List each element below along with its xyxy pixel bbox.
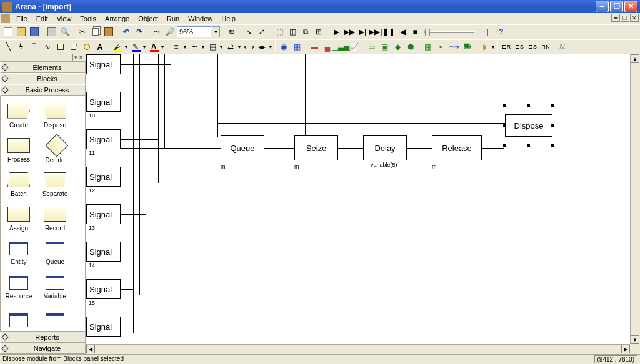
minimize-button[interactable]: ━ — [596, 1, 609, 12]
flip-button[interactable]: ◂▸▼ — [256, 41, 273, 53]
polygon-tool[interactable] — [68, 41, 80, 53]
menu-tools[interactable]: Tools — [76, 13, 101, 24]
mdi-close-button[interactable]: ✕ — [630, 14, 639, 22]
module-variable[interactable]: Variable — [37, 270, 73, 305]
animate-clock-icon[interactable]: ◉ — [278, 41, 290, 53]
module-record[interactable]: Record — [37, 202, 73, 236]
arrow-style-button[interactable]: ⇄▼ — [224, 41, 242, 53]
box-tool[interactable] — [54, 41, 67, 53]
animate-global-icon[interactable]: ⬢ — [404, 41, 417, 53]
animate-hist-icon[interactable]: ▁▃▅ — [334, 41, 347, 53]
link-button[interactable]: ⧉ — [299, 26, 312, 38]
module-queue[interactable]: Queue — [37, 236, 73, 270]
animate-resource-icon[interactable]: ▦ — [421, 41, 434, 53]
fast-forward-button[interactable]: ▶▶ — [343, 26, 356, 38]
align-l-button[interactable]: ⊏R — [500, 41, 512, 53]
menu-object[interactable]: Object — [134, 13, 162, 24]
queue-block[interactable]: Queue — [221, 135, 264, 160]
cut-button[interactable]: ✂ — [76, 26, 89, 38]
text-color-button[interactable]: A▼ — [148, 41, 165, 53]
dispose-block[interactable]: Dispose — [505, 114, 552, 137]
align-t-button[interactable]: ⊓N — [539, 41, 552, 53]
new-button[interactable] — [2, 26, 14, 38]
play-button[interactable]: ▶ — [330, 26, 342, 38]
close-button[interactable]: ✕ — [624, 1, 638, 12]
grid-button[interactable]: ⤢ — [256, 26, 268, 38]
speed-slider[interactable] — [424, 31, 474, 33]
animate-plot-icon[interactable]: 📈 — [348, 41, 360, 53]
menu-arrange[interactable]: Arrange — [101, 13, 134, 24]
menu-help[interactable]: Help — [217, 13, 240, 24]
module-resource[interactable]: Resource — [1, 270, 37, 305]
line-pattern-button[interactable]: ▤▼ — [206, 41, 224, 53]
module-separate[interactable]: Separate — [37, 167, 73, 202]
panel-elements[interactable]: Elements — [0, 62, 86, 73]
submodel-button[interactable]: ◫ — [286, 26, 299, 38]
seize-block[interactable]: Seize — [294, 135, 338, 160]
vertical-scrollbar[interactable]: ▲ ▼ — [630, 54, 640, 344]
layers-button[interactable]: ≋ — [225, 26, 238, 38]
module-assign[interactable]: Assign — [1, 202, 37, 236]
module-dispose[interactable]: Dispose — [37, 99, 73, 133]
menu-file[interactable]: File — [12, 13, 32, 24]
animate-queue-icon[interactable]: ▭ — [365, 41, 378, 53]
copy-button[interactable] — [89, 26, 102, 38]
scroll-up-button[interactable]: ▲ — [631, 54, 639, 63]
module-entity[interactable]: Entity — [1, 236, 37, 270]
module-extra2[interactable] — [37, 305, 73, 332]
maximize-button[interactable]: ❐ — [610, 1, 623, 12]
signal-block[interactable]: Signal — [86, 204, 121, 224]
scroll-down-button[interactable]: ▼ — [631, 335, 639, 344]
fill-color-button[interactable]: 🖌▼ — [111, 41, 129, 53]
animate-station-icon[interactable]: ▪ — [434, 41, 447, 53]
animate-var-icon[interactable]: ▬ — [308, 41, 321, 53]
scroll-left-button[interactable]: ◀ — [86, 345, 95, 353]
bezier-tool[interactable]: ∿ — [41, 41, 54, 53]
arc-tool[interactable]: ⌒ — [28, 41, 41, 53]
release-block[interactable]: Release — [432, 135, 482, 160]
stop-button[interactable]: ■ — [409, 26, 421, 38]
horizontal-scrollbar[interactable]: ◀ ▶ — [86, 344, 630, 354]
signal-block[interactable]: Signal — [86, 92, 121, 112]
menu-run[interactable]: Run — [162, 13, 184, 24]
show-dim-button[interactable]: ⟷ — [242, 41, 255, 53]
animate-trans-icon[interactable]: ⛟ — [461, 41, 473, 53]
line-color-button[interactable]: ✎▼ — [129, 41, 147, 53]
menu-edit[interactable]: Edit — [32, 13, 52, 24]
align-r-button[interactable]: ⊐S — [526, 41, 539, 53]
line-style-button[interactable]: ┅▼ — [188, 41, 206, 53]
signal-block[interactable]: Signal — [86, 279, 121, 299]
line-weight-button[interactable]: ≡▼ — [170, 41, 188, 53]
connect-button[interactable]: ⤳ — [151, 26, 163, 38]
menu-view[interactable]: View — [52, 13, 76, 24]
zoom-icon[interactable]: 🔎 — [164, 26, 176, 38]
step-button[interactable]: ▶| — [356, 26, 369, 38]
scroll-right-button[interactable]: ▶ — [621, 345, 630, 353]
animate-route-icon[interactable]: ⟿ — [448, 41, 460, 53]
zoom-input[interactable]: 96% — [177, 26, 211, 37]
mdi-minimize-button[interactable]: ━ — [611, 14, 620, 22]
pause-button[interactable]: ❚❚ — [382, 26, 395, 38]
undo-button[interactable]: ↶ — [120, 26, 132, 38]
polyline-tool[interactable]: ϟ — [15, 41, 28, 53]
signal-block[interactable]: Signal — [86, 242, 121, 262]
panel-basic-process[interactable]: Basic Process — [0, 84, 86, 96]
zoom-dropdown-button[interactable]: ▼ — [212, 26, 220, 37]
animate-storage-icon[interactable]: ▣ — [378, 41, 391, 53]
signal-block[interactable]: Signal — [86, 54, 121, 74]
print-button[interactable] — [46, 26, 58, 38]
align-c-button[interactable]: ⊏S — [513, 41, 526, 53]
delay-block[interactable]: Delay — [363, 135, 407, 160]
line-tool[interactable]: ╲ — [2, 41, 14, 53]
start-over-button[interactable]: |◀ — [396, 26, 408, 38]
split-button[interactable]: ⬚ — [273, 26, 286, 38]
paste-button[interactable] — [102, 26, 115, 38]
module-batch[interactable]: Batch — [1, 167, 37, 202]
save-button[interactable] — [28, 26, 41, 38]
end-button[interactable]: ▶▶| — [369, 26, 382, 38]
animate-date-icon[interactable]: ▦ — [291, 41, 303, 53]
snap-button[interactable]: ↘ — [242, 26, 255, 38]
panel-blocks[interactable]: Blocks — [0, 73, 86, 84]
open-button[interactable] — [15, 26, 28, 38]
module-extra1[interactable] — [1, 305, 37, 332]
